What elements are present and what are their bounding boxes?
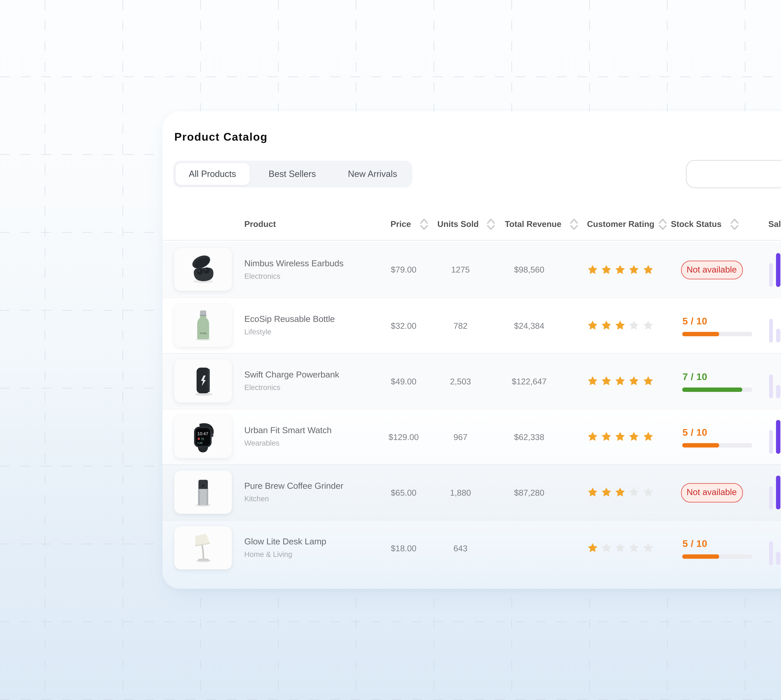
svg-text:1:24: 1:24 — [197, 442, 202, 445]
svg-text:72: 72 — [201, 438, 204, 441]
svg-text:EcoSip: EcoSip — [200, 332, 206, 334]
svg-text:10:47: 10:47 — [197, 432, 208, 436]
